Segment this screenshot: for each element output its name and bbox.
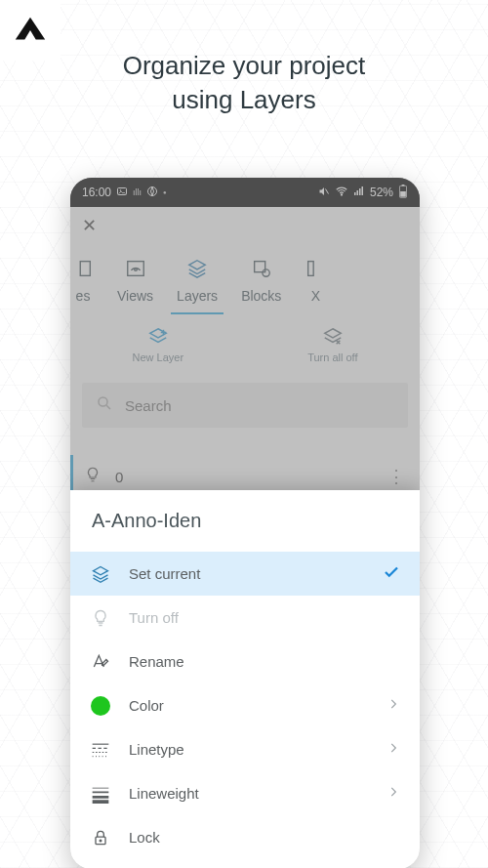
status-dot-icon: ● bbox=[163, 189, 167, 195]
turn-off-icon bbox=[90, 608, 111, 628]
phone-mock: 16:00 ıllı ● 52% bbox=[70, 178, 420, 868]
lock-label: Lock bbox=[129, 829, 400, 846]
layer-tools: New Layer Turn all off bbox=[70, 314, 420, 375]
tab-trunc-right-label: X bbox=[311, 288, 320, 304]
status-bar: 16:00 ıllı ● 52% bbox=[70, 178, 420, 207]
mute-icon bbox=[318, 186, 330, 200]
chevron-right-icon bbox=[386, 741, 400, 758]
set-current-icon bbox=[90, 564, 111, 584]
svg-line-3 bbox=[325, 188, 328, 193]
svg-line-19 bbox=[106, 405, 110, 409]
tab-blocks-label: Blocks bbox=[241, 288, 281, 304]
battery-icon bbox=[398, 185, 408, 201]
rename-icon bbox=[90, 652, 111, 672]
linetype-label: Linetype bbox=[129, 741, 369, 758]
color-icon bbox=[90, 696, 111, 716]
lock-icon bbox=[90, 828, 111, 847]
nfc-icon: ıllı bbox=[133, 187, 142, 197]
tab-trunc-right-icon bbox=[305, 258, 326, 282]
turn-all-off-button[interactable]: Turn all off bbox=[307, 326, 357, 363]
views-icon bbox=[125, 258, 146, 282]
tab-truncated-left[interactable]: es bbox=[70, 258, 105, 313]
svg-point-29 bbox=[100, 840, 102, 842]
svg-point-4 bbox=[341, 193, 342, 194]
marketing-headline: Organize your project using Layers bbox=[0, 49, 488, 117]
turn-all-off-label: Turn all off bbox=[307, 351, 357, 363]
linetype-icon bbox=[90, 740, 111, 760]
check-icon bbox=[383, 563, 400, 584]
close-icon[interactable]: ✕ bbox=[82, 215, 97, 236]
svg-point-16 bbox=[263, 269, 269, 276]
chevron-right-icon bbox=[386, 697, 400, 714]
layers-icon bbox=[186, 258, 208, 282]
tab-views[interactable]: Views bbox=[105, 258, 165, 313]
lineweight-label: Lineweight bbox=[129, 785, 369, 802]
search-input[interactable] bbox=[125, 397, 394, 414]
tab-views-label: Views bbox=[117, 288, 153, 304]
sheet-layer-title: A-Anno-Iden bbox=[70, 490, 420, 552]
svg-rect-12 bbox=[80, 262, 90, 276]
search-box[interactable] bbox=[82, 383, 408, 428]
tab-truncated-right[interactable]: X bbox=[293, 258, 328, 313]
svg-rect-11 bbox=[400, 191, 406, 197]
lineweight-icon bbox=[90, 784, 111, 804]
menu-item-rename[interactable]: Rename bbox=[70, 640, 420, 683]
svg-rect-10 bbox=[402, 185, 405, 186]
tab-layers-label: Layers bbox=[177, 288, 218, 304]
menu-item-linetype[interactable]: Linetype bbox=[70, 727, 420, 771]
tab-blocks[interactable]: Blocks bbox=[229, 258, 293, 313]
battery-text: 52% bbox=[370, 186, 393, 199]
chevron-right-icon bbox=[386, 785, 400, 802]
menu-item-turn-off[interactable]: Turn off bbox=[70, 596, 420, 640]
new-layer-label: New Layer bbox=[133, 351, 184, 363]
tabs-row: es Views Layers Blocks bbox=[70, 244, 420, 314]
status-time: 16:00 bbox=[82, 186, 111, 199]
svg-rect-8 bbox=[361, 186, 363, 195]
color-swatch bbox=[91, 696, 110, 716]
compass-icon bbox=[146, 186, 158, 200]
blocks-icon bbox=[251, 258, 272, 282]
svg-rect-5 bbox=[354, 192, 356, 195]
svg-rect-7 bbox=[359, 188, 361, 195]
svg-point-14 bbox=[134, 269, 137, 271]
headline-line1: Organize your project bbox=[123, 51, 366, 80]
search-icon bbox=[96, 394, 113, 416]
rename-label: Rename bbox=[129, 653, 400, 670]
more-icon[interactable]: ⋮ bbox=[387, 466, 406, 487]
wifi-icon bbox=[335, 185, 348, 201]
svg-rect-6 bbox=[356, 190, 358, 195]
layer-action-sheet: A-Anno-Iden Set current Turn off bbox=[70, 490, 420, 868]
menu-item-color[interactable]: Color bbox=[70, 683, 420, 727]
tab-trunc-left-label: es bbox=[76, 288, 91, 304]
set-current-label: Set current bbox=[129, 565, 365, 582]
svg-point-18 bbox=[99, 397, 107, 406]
menu-item-set-current[interactable]: Set current bbox=[70, 552, 420, 596]
signal-icon bbox=[353, 186, 365, 200]
svg-rect-17 bbox=[308, 262, 314, 276]
image-icon bbox=[116, 186, 128, 200]
color-label: Color bbox=[129, 697, 369, 714]
layer-0-name: 0 bbox=[115, 469, 123, 485]
menu-item-lineweight[interactable]: Lineweight bbox=[70, 771, 420, 815]
menu-item-lock[interactable]: Lock bbox=[70, 815, 420, 859]
tab-layers[interactable]: Layers bbox=[165, 258, 229, 313]
bulb-icon bbox=[84, 466, 102, 487]
headline-line2: using Layers bbox=[172, 85, 315, 114]
tab-trunc-left-icon bbox=[72, 258, 94, 282]
new-layer-button[interactable]: New Layer bbox=[133, 326, 184, 363]
turn-off-label: Turn off bbox=[129, 609, 400, 626]
